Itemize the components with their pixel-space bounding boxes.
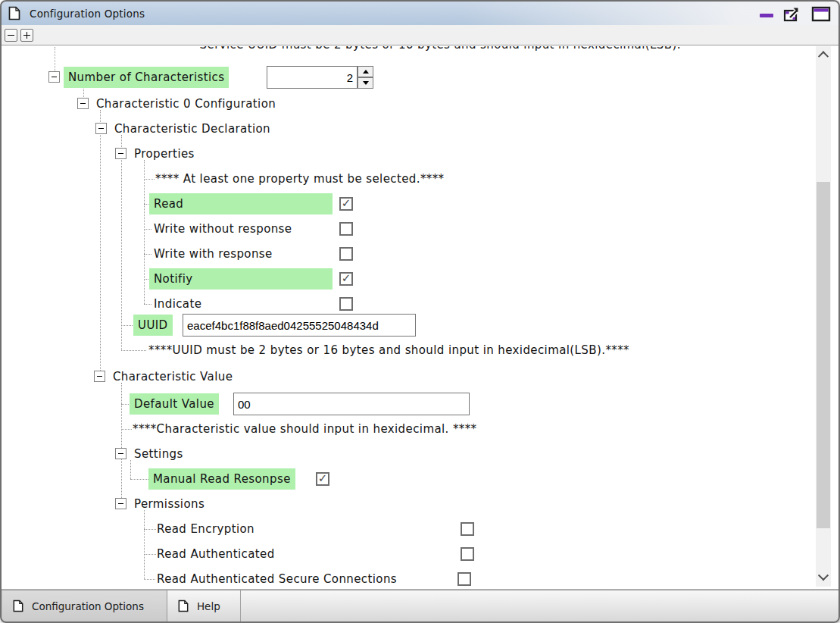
number-of-characteristics-input[interactable] (267, 66, 358, 89)
scroll-up-button[interactable] (816, 48, 831, 63)
configuration-options-window: Configuration Options (0, 0, 840, 623)
chevron-down-icon (818, 570, 829, 581)
note-uuid-label: ****UUID must be 2 bytes or 16 bytes and… (148, 340, 629, 361)
permissions-label: Permissions (134, 493, 205, 515)
manual-read-response-label: Manual Read Resonpse (148, 468, 295, 490)
permissions-expand-toggle[interactable] (115, 498, 126, 509)
scroll-down-button[interactable] (816, 570, 831, 585)
spinner-down-button[interactable] (358, 77, 373, 89)
read-auth-secure-label: Read Authenticated Secure Connections (157, 568, 397, 590)
write-with-response-label: Write with response (154, 243, 273, 265)
read-authenticated-checkbox[interactable] (461, 547, 474, 561)
document-icon (178, 600, 189, 612)
read-auth-secure-checkbox[interactable] (457, 572, 471, 586)
tree-connector-line (121, 350, 146, 351)
tab-help[interactable]: Help (167, 590, 241, 621)
write-without-response-label: Write without response (154, 218, 292, 239)
note-value-label: ****Characteristic value should input in… (133, 418, 477, 440)
minus-icon (118, 153, 123, 154)
chevron-up-icon (818, 51, 829, 61)
number-of-characteristics-expand-toggle[interactable] (48, 71, 60, 83)
tree-connector-line (130, 460, 131, 479)
default-value-input[interactable] (233, 393, 470, 415)
minus-icon (118, 453, 123, 454)
configuration-tree: ****Service UUID must be 2 bytes or 16 b… (0, 0, 840, 623)
minus-icon (80, 103, 86, 104)
char-value-label: Characteristic Value (113, 366, 233, 387)
tree-connector-line (100, 110, 101, 377)
tab-label: Configuration Options (32, 600, 144, 612)
number-of-characteristics-label: Number of Characteristics (64, 67, 229, 88)
minus-icon (52, 77, 57, 77)
tree-connector-line (55, 47, 55, 71)
default-value-label: Default Value (130, 393, 219, 415)
indicate-checkbox[interactable] (339, 297, 353, 311)
triangle-up-icon (363, 70, 369, 74)
char-declaration-expand-toggle[interactable] (95, 123, 107, 134)
minus-icon (97, 376, 102, 377)
bottom-tab-bar: Configuration Options Help (2, 590, 838, 621)
uuid-input[interactable] (183, 314, 416, 337)
tree-connector-line (144, 254, 151, 255)
write-without-response-checkbox[interactable] (339, 222, 353, 236)
number-of-characteristics-spinner (358, 66, 373, 89)
checkmark-icon: ✓ (342, 198, 351, 209)
scrollbar-thumb[interactable] (817, 182, 830, 528)
char-declaration-label: Characteristic Declaration (114, 118, 270, 139)
tree-connector-line (144, 510, 145, 579)
notifiy-label: Notifiy (149, 268, 333, 290)
tree-connector-line (121, 383, 122, 504)
minus-icon (118, 503, 123, 504)
checkmark-icon: ✓ (342, 273, 351, 284)
write-with-response-checkbox[interactable] (339, 247, 353, 261)
read-encryption-label: Read Encryption (157, 518, 254, 540)
read-label: Read (149, 193, 333, 214)
tree-connector-line (144, 229, 151, 230)
vertical-scrollbar[interactable] (816, 46, 831, 587)
char0-config-expand-toggle[interactable] (77, 98, 89, 109)
uuid-label: UUID (133, 315, 173, 336)
tree-connector-line (144, 554, 156, 555)
manual-read-response-checkbox[interactable]: ✓ (316, 472, 329, 486)
read-encryption-checkbox[interactable] (461, 522, 474, 536)
checkmark-icon: ✓ (318, 473, 328, 484)
tree-connector-line (144, 579, 155, 580)
tree-connector-line (144, 179, 155, 180)
read-authenticated-label: Read Authenticated (157, 543, 275, 565)
minus-icon (98, 128, 104, 129)
note-property-label: **** At least one property must be selec… (155, 168, 445, 189)
properties-expand-toggle[interactable] (115, 148, 126, 159)
tree-connector-line (144, 160, 145, 304)
spinner-up-button[interactable] (358, 66, 373, 77)
settings-expand-toggle[interactable] (115, 448, 126, 459)
tab-label: Help (197, 600, 220, 612)
tree-connector-line (121, 325, 134, 326)
tree-connector-line (144, 529, 156, 530)
tree-connector-line (144, 304, 151, 305)
settings-label: Settings (134, 443, 183, 465)
document-icon (13, 600, 23, 612)
triangle-down-icon (363, 81, 369, 85)
read-checkbox[interactable]: ✓ (339, 197, 353, 211)
tree-connector-line (121, 135, 122, 350)
tab-configuration-options[interactable]: Configuration Options (2, 590, 167, 621)
char0-config-label: Characteristic 0 Configuration (96, 93, 276, 114)
indicate-label: Indicate (154, 293, 201, 315)
notifiy-checkbox[interactable]: ✓ (339, 272, 353, 286)
tree-connector-line (121, 429, 132, 430)
properties-label: Properties (134, 143, 195, 164)
clipped-scrolled-text-row: ****Service UUID must be 2 bytes or 16 b… (176, 46, 804, 55)
char-value-expand-toggle[interactable] (94, 371, 105, 382)
